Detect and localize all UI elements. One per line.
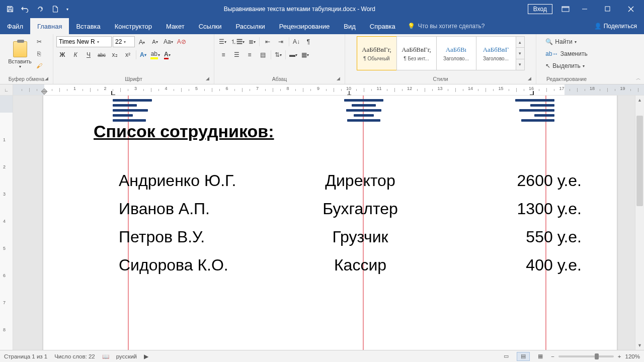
tab-design[interactable]: Конструктор [108, 18, 159, 34]
superscript-button[interactable]: x² [122, 49, 134, 60]
numbering-icon[interactable]: ⒈☰▾ [229, 36, 246, 47]
tab-references[interactable]: Ссылки [192, 18, 229, 34]
collapse-ribbon-icon[interactable]: ︿ [636, 75, 641, 82]
minimize-icon[interactable] [574, 2, 596, 16]
close-icon[interactable] [620, 2, 642, 16]
underline-button[interactable]: Ч [83, 49, 95, 60]
align-right-icon[interactable]: ≡ [244, 49, 256, 60]
italic-button[interactable]: К [69, 49, 82, 60]
spellcheck-icon[interactable]: 📖 [102, 353, 109, 360]
font-launcher-icon[interactable]: ◢ [206, 76, 212, 82]
align-center-icon[interactable]: ☰ [230, 49, 243, 60]
status-language[interactable]: русский [116, 353, 137, 359]
tab-view[interactable]: Вид [337, 18, 363, 34]
macro-icon[interactable]: ▶ [144, 353, 148, 360]
shrink-font-icon[interactable]: A▾ [149, 36, 161, 47]
read-mode-icon[interactable]: ▭ [500, 352, 513, 361]
styles-launcher-icon[interactable]: ◢ [528, 76, 534, 82]
style-item[interactable]: АаБбВвГЗаголово... [476, 36, 516, 70]
change-case-icon[interactable]: Aa▾ [162, 36, 175, 47]
tab-review[interactable]: Рецензирование [272, 18, 337, 34]
font-size-select[interactable]: 22▾ [113, 36, 135, 47]
document-canvas[interactable]: Список сотрудников: Андриенко Ю.Г.Директ… [13, 96, 635, 350]
tab-stop-marker[interactable] [347, 90, 351, 95]
multilevel-icon[interactable]: ≣▾ [247, 36, 257, 47]
clear-format-icon[interactable]: A⊘ [176, 36, 188, 47]
bold-button[interactable]: Ж [56, 49, 68, 60]
cut-icon[interactable]: ✂ [33, 36, 45, 47]
inc-indent-icon[interactable]: ⇥ [275, 36, 287, 47]
undo-icon[interactable] [18, 2, 32, 16]
tab-layout[interactable]: Макет [159, 18, 192, 34]
tab-home[interactable]: Главная [30, 18, 69, 34]
tab-stop-marker[interactable] [111, 90, 115, 95]
tab-help[interactable]: Справка [363, 18, 403, 34]
borders-icon[interactable]: ▦▾ [300, 49, 310, 60]
vertical-ruler[interactable]: 12345678910 [0, 96, 13, 350]
style-item[interactable]: АаБбВıЗаголово... [436, 36, 476, 70]
find-button[interactable]: 🔍Найти ▾ [543, 36, 578, 47]
font-name-select[interactable]: Times New R▾ [56, 36, 112, 47]
scroll-up-icon[interactable]: ▲ [635, 96, 644, 105]
status-page[interactable]: Страница 1 из 1 [4, 353, 47, 359]
zoom-out-icon[interactable]: − [551, 353, 554, 359]
dec-indent-icon[interactable]: ⇤ [262, 36, 274, 47]
indent-marker[interactable] [44, 88, 48, 95]
group-font: Times New R▾ 22▾ A▴ A▾ Aa▾ A⊘ Ж К Ч abc … [53, 34, 214, 84]
share-button[interactable]: 👤 Поделиться [587, 18, 644, 34]
tab-file[interactable]: Файл [0, 18, 30, 34]
style-gallery-nav[interactable]: ▴▾▾ [516, 36, 525, 70]
tab-insert[interactable]: Вставка [69, 18, 107, 34]
tell-me[interactable]: 💡 Что вы хотите сделать? [408, 18, 485, 34]
login-button[interactable]: Вход [528, 4, 552, 14]
zoom-level[interactable]: 120% [625, 353, 640, 359]
horizontal-ruler[interactable]: 12345678910111213141516171819 [13, 84, 644, 95]
qat-dropdown-icon[interactable]: ▾ [63, 2, 71, 16]
maximize-icon[interactable] [597, 2, 619, 16]
print-layout-icon[interactable]: ▤ [517, 352, 530, 361]
window-title: Выравнивание текста метками табуляции.do… [71, 6, 528, 13]
svg-rect-1 [562, 7, 569, 8]
text-effects-icon[interactable]: A▾ [138, 49, 148, 60]
style-gallery[interactable]: АаБбВвГг,¶ ОбычныйАаБбВвГг,¶ Без инт...А… [357, 36, 525, 70]
save-icon[interactable] [3, 2, 17, 16]
zoom-slider[interactable] [558, 355, 614, 357]
line-spacing-icon[interactable]: ⇅▾ [273, 49, 283, 60]
font-color-icon[interactable]: A▾ [163, 49, 172, 60]
clipboard-launcher-icon[interactable]: ◢ [45, 76, 51, 82]
paste-button[interactable]: Вставить ▾ [8, 36, 32, 71]
bullets-icon[interactable]: ☰▾ [217, 36, 228, 47]
para-launcher-icon[interactable]: ◢ [337, 76, 343, 82]
redo-icon[interactable] [33, 2, 47, 16]
tab-mailings[interactable]: Рассылки [228, 18, 272, 34]
sort-icon[interactable]: A↓ [291, 36, 301, 47]
strike-button[interactable]: abc [96, 49, 108, 60]
doc-heading: Список сотрудников: [94, 122, 587, 141]
select-button[interactable]: ↖Выделить ▾ [543, 60, 586, 71]
scroll-down-icon[interactable]: ▼ [635, 341, 644, 350]
svg-marker-4 [41, 92, 47, 95]
shading-icon[interactable]: ▬▾ [288, 49, 299, 60]
style-item[interactable]: АаБбВвГг,¶ Без инт... [396, 36, 437, 70]
status-words[interactable]: Число слов: 22 [54, 353, 95, 359]
highlight-icon[interactable]: ab▾ [149, 49, 162, 60]
group-clipboard: Вставить ▾ ✂ ⎘ 🖌 Буфер обмена ◢ [0, 34, 53, 84]
scroll-thumb[interactable] [636, 116, 643, 206]
copy-icon[interactable]: ⎘ [33, 48, 45, 59]
vertical-scrollbar[interactable]: ▲ ▼ [635, 96, 644, 350]
tab-selector[interactable]: ∟ [0, 84, 13, 95]
subscript-button[interactable]: x₂ [109, 49, 121, 60]
share-icon: 👤 [594, 23, 602, 30]
justify-icon[interactable]: ▤ [257, 49, 269, 60]
style-item[interactable]: АаБбВвГг,¶ Обычный [357, 36, 397, 70]
zoom-in-icon[interactable]: + [618, 353, 621, 359]
ribbon-display-icon[interactable] [558, 2, 573, 16]
align-left-icon[interactable]: ≡ [217, 49, 229, 60]
replace-button[interactable]: ab↔Заменить [543, 48, 589, 59]
format-painter-icon[interactable]: 🖌 [33, 60, 45, 71]
web-layout-icon[interactable]: ▦ [534, 352, 547, 361]
new-doc-icon[interactable] [48, 2, 62, 16]
grow-font-icon[interactable]: A▴ [136, 36, 148, 47]
tab-stop-marker[interactable] [529, 90, 533, 95]
pilcrow-icon[interactable]: ¶ [302, 36, 314, 47]
